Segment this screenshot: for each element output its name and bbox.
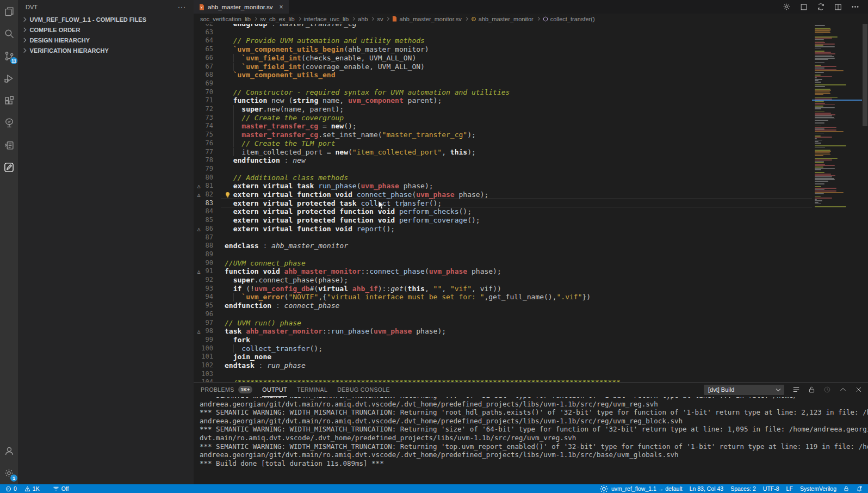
output-line[interactable]: dvt.main/ro.amiq.dvt.vscode/.dvt_home/pr… bbox=[200, 434, 868, 442]
line-number[interactable]: 93 bbox=[197, 285, 213, 293]
more-actions-icon[interactable]: ··· bbox=[178, 3, 186, 11]
code-line-70[interactable]: 70 // Constructor - required syntax for … bbox=[194, 88, 812, 97]
code-line-74[interactable]: 74 master_transfer_cg = new(); bbox=[194, 122, 812, 131]
line-number[interactable]: 67 bbox=[197, 63, 213, 71]
line-number[interactable]: 72 bbox=[197, 105, 213, 114]
code-line-102[interactable]: 102endtask : run_phase bbox=[194, 361, 812, 370]
line-number[interactable]: 86 bbox=[197, 225, 213, 233]
status-item-eol[interactable]: LF bbox=[786, 485, 793, 492]
minimap[interactable] bbox=[812, 24, 862, 383]
line-number[interactable]: 64 bbox=[197, 36, 213, 45]
code-line-89[interactable]: 89 bbox=[194, 250, 812, 259]
line-number[interactable]: 66 bbox=[197, 54, 213, 63]
line-number[interactable]: 97 bbox=[197, 319, 213, 328]
status-item-notifications[interactable] bbox=[856, 485, 863, 492]
output-line[interactable]: *** Build done [total duration 11s.089ms… bbox=[200, 459, 868, 468]
line-number[interactable]: 74 bbox=[197, 122, 213, 131]
line-number[interactable]: 94 bbox=[197, 293, 213, 301]
line-number[interactable]: 101 bbox=[197, 353, 213, 361]
code-line-88[interactable]: 88endclass : ahb_master_monitor bbox=[194, 242, 812, 250]
code-line-97[interactable]: 97// UVM run() phase bbox=[194, 319, 812, 328]
line-number[interactable]: 69 bbox=[197, 79, 213, 88]
status-item-problems-errors[interactable]: 0 bbox=[5, 485, 17, 492]
output-line[interactable]: *** SEMANTIC WARNING: WIDTH_MISMATCH_TRU… bbox=[200, 442, 868, 451]
code-line-100[interactable]: 100 collect_transfer(); bbox=[194, 344, 812, 353]
line-number[interactable]: 95 bbox=[197, 301, 213, 310]
activity-item-accounts[interactable] bbox=[0, 440, 18, 462]
code-line-81[interactable]: △81 extern virtual task run_phase(uvm_ph… bbox=[194, 182, 812, 190]
line-number[interactable]: 82 bbox=[197, 190, 213, 199]
line-number[interactable]: 84 bbox=[197, 207, 213, 216]
status-item-editor-lock[interactable] bbox=[844, 485, 849, 492]
configure-icon[interactable] bbox=[783, 3, 791, 11]
breadcrumb-item[interactable]: interface_uvc_lib bbox=[304, 16, 349, 22]
code-line-65[interactable]: 65 `uvm_component_utils_begin(ahb_master… bbox=[194, 45, 812, 54]
code-line-99[interactable]: 99 fork bbox=[194, 336, 812, 344]
breadcrumb-item[interactable]: sv bbox=[377, 16, 383, 22]
split-editor-icon[interactable] bbox=[834, 3, 842, 11]
line-number[interactable]: 91 bbox=[197, 267, 213, 276]
code-line-62[interactable]: 62 endgroup : master_transfer_cg bbox=[194, 24, 812, 28]
code-line-84[interactable]: 84 extern virtual protected function voi… bbox=[194, 207, 812, 216]
unlock-icon[interactable] bbox=[808, 386, 815, 393]
line-number[interactable]: 99 bbox=[197, 336, 213, 344]
status-item-cursor-position[interactable]: Ln 83, Col 43 bbox=[690, 485, 723, 492]
code-line-72[interactable]: 72 super.new(name, parent); bbox=[194, 105, 812, 114]
output-line[interactable]: *** SEMANTIC WARNING: WIDTH_MISMATCH_TRU… bbox=[200, 397, 868, 400]
code-line-64[interactable]: 64 // Provide UVM automation and utility… bbox=[194, 36, 812, 45]
line-number[interactable]: 103 bbox=[197, 370, 213, 379]
code-line-92[interactable]: 92 super.connect_phase(phase); bbox=[194, 276, 812, 285]
more-actions-icon[interactable] bbox=[851, 3, 859, 11]
status-item-indentation[interactable]: Spaces: 2 bbox=[730, 485, 756, 492]
line-number[interactable]: 85 bbox=[197, 216, 213, 225]
breadcrumb-item[interactable]: ahb bbox=[358, 16, 368, 22]
line-number[interactable]: 68 bbox=[197, 71, 213, 79]
line-number[interactable]: 73 bbox=[197, 114, 213, 122]
panel-tab-problems[interactable]: PROBLEMS1K+ bbox=[201, 383, 252, 397]
code-line-68[interactable]: 68 `uvm_component_utils_end bbox=[194, 71, 812, 79]
line-number[interactable]: 70 bbox=[197, 88, 213, 97]
code-line-86[interactable]: △86 extern virtual function void report(… bbox=[194, 225, 812, 233]
code-line-80[interactable]: 80 // Additional class methods bbox=[194, 174, 812, 182]
breadcrumb-item[interactable]: sv_cb_ex_lib bbox=[260, 16, 295, 22]
code-line-76[interactable]: 76 // Create the TLM port bbox=[194, 139, 812, 148]
code-line-79[interactable]: 79 bbox=[194, 165, 812, 174]
code-line-83[interactable]: 83 extern virtual protected task collect… bbox=[194, 199, 812, 208]
scrollbar-thumb[interactable] bbox=[863, 24, 867, 126]
open-log-icon[interactable] bbox=[823, 386, 831, 393]
line-number[interactable]: 92 bbox=[197, 276, 213, 285]
line-number[interactable]: 76 bbox=[197, 139, 213, 148]
line-number[interactable]: 100 bbox=[197, 344, 213, 353]
status-item-dvt-build-config[interactable]: uvm_ref_flow_1.1 → default bbox=[599, 484, 683, 493]
status-item-encoding[interactable]: UTF-8 bbox=[763, 485, 779, 492]
close-panel-icon[interactable] bbox=[855, 386, 863, 393]
sidebar-item-design-hierarchy[interactable]: DESIGN HIERARCHY bbox=[18, 35, 194, 45]
activity-item-search[interactable] bbox=[0, 22, 18, 45]
clear-output-icon[interactable] bbox=[792, 386, 800, 393]
panel-tab-debug-console[interactable]: DEBUG CONSOLE bbox=[337, 383, 390, 397]
line-number[interactable]: 79 bbox=[197, 165, 213, 174]
activity-item-explorer[interactable] bbox=[0, 0, 18, 22]
activity-item-run-debug[interactable] bbox=[0, 67, 18, 89]
sidebar-item-verification-hierarchy[interactable]: VERIFICATION HIERARCHY bbox=[18, 45, 194, 56]
output-line[interactable]: *** SEMANTIC WARNING: WIDTH_MISMATCH_TRU… bbox=[200, 408, 868, 417]
line-number[interactable]: 83 bbox=[197, 199, 213, 208]
line-number[interactable]: 75 bbox=[197, 131, 213, 139]
code-line-82[interactable]: △82 extern virtual function void connect… bbox=[194, 190, 812, 199]
code-line-69[interactable]: 69 bbox=[194, 79, 812, 88]
code-line-77[interactable]: 77 item_collected_port = new("item_colle… bbox=[194, 148, 812, 157]
code-line-96[interactable]: 96 bbox=[194, 310, 812, 319]
output-line[interactable]: andreea.georgian/git/dvt.main/ro.amiq.dv… bbox=[200, 417, 868, 426]
line-number[interactable]: 80 bbox=[197, 174, 213, 182]
sync-icon[interactable] bbox=[817, 3, 825, 11]
close-icon[interactable]: × bbox=[280, 3, 283, 11]
code-line-75[interactable]: 75 master_transfer_cg.set_inst_name("mas… bbox=[194, 131, 812, 139]
code-line-94[interactable]: 94 `uvm_error("NOVIF",{"virtual interfac… bbox=[194, 293, 812, 301]
code-line-63[interactable]: 63 bbox=[194, 28, 812, 37]
tab-ahb-master-monitor[interactable]: ahb_master_monitor.sv × bbox=[194, 0, 289, 14]
output-channel-select[interactable]: [dvt] Build bbox=[704, 385, 784, 395]
output-line[interactable]: andreea.georgian/git/dvt.main/ro.amiq.dv… bbox=[200, 400, 868, 409]
line-number[interactable]: 71 bbox=[197, 96, 213, 105]
breadcrumb-item[interactable]: ahb_master_monitor bbox=[471, 16, 534, 22]
maximize-panel-icon[interactable] bbox=[839, 386, 847, 393]
